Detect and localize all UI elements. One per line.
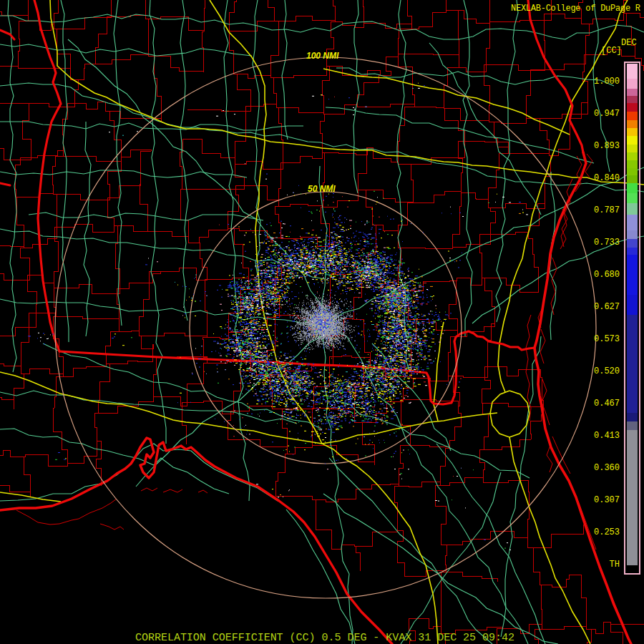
svg-text:0.520: 0.520 [594,366,620,376]
svg-text:TH: TH [610,560,620,570]
svg-text:0.840: 0.840 [594,173,620,183]
svg-text:0.733: 0.733 [594,238,620,248]
svg-text:0.467: 0.467 [594,399,620,409]
svg-text:0.627: 0.627 [594,302,620,312]
svg-text:50 NMI: 50 NMI [308,184,336,194]
svg-text:DEC: DEC [621,38,637,48]
svg-text:0.253: 0.253 [594,527,620,537]
svg-text:0.307: 0.307 [594,495,620,505]
svg-text:0.947: 0.947 [594,109,620,119]
svg-text:0.413: 0.413 [594,431,620,441]
svg-text:[CC]: [CC] [601,46,622,56]
svg-text:CORRELATION COEFFICIENT (CC) 0: CORRELATION COEFFICIENT (CC) 0.5 DEG - K… [135,632,514,644]
svg-text:0.893: 0.893 [594,141,620,151]
svg-text:0.360: 0.360 [594,463,620,473]
svg-text:0.680: 0.680 [594,270,620,280]
svg-text:0.787: 0.787 [594,205,620,215]
svg-text:100 NMI: 100 NMI [306,51,339,61]
svg-text:1.000: 1.000 [594,77,620,87]
svg-text:NEXLAB-College of DuPage R: NEXLAB-College of DuPage R [511,4,640,14]
svg-text:0.573: 0.573 [594,334,620,344]
